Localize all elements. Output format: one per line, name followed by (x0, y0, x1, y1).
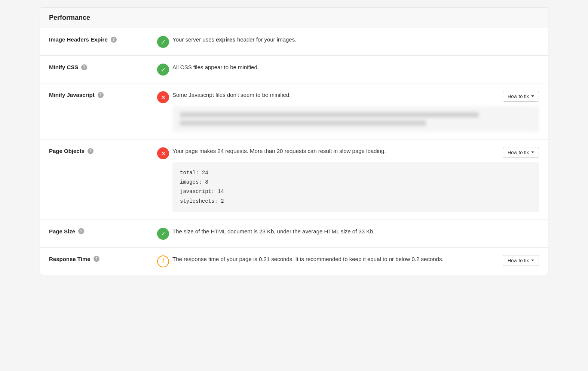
status-icon: ✓ (154, 36, 172, 48)
label-text: Image Headers Expire (49, 36, 108, 43)
row-page-objects: Page Objects ? ✕ Your page makes 24 requ… (40, 139, 548, 220)
row-content: The response time of your page is 0.21 s… (172, 255, 539, 266)
fail-icon: ✕ (157, 147, 169, 159)
warn-icon: ! (157, 255, 169, 267)
help-icon[interactable]: ? (88, 148, 94, 154)
chevron-down-icon (531, 151, 534, 153)
row-message: The response time of your page is 0.21 s… (172, 255, 497, 264)
row-main: Some Javascript files don't seem to be m… (172, 91, 539, 102)
how-to-fix-label: How to fix (508, 150, 529, 155)
pass-icon: ✓ (157, 64, 169, 76)
panel-header: Performance (40, 8, 548, 28)
help-icon[interactable]: ? (94, 256, 99, 262)
how-to-fix-label: How to fix (508, 258, 529, 263)
row-content: Your page makes 24 requests. More than 2… (172, 147, 539, 212)
row-main: All CSS files appear to be minified. (172, 63, 539, 72)
panel-title: Performance (49, 14, 539, 22)
row-message: Your server uses expires header for your… (172, 36, 539, 44)
row-label: Minify CSS ? (49, 63, 154, 70)
chevron-down-icon (531, 260, 534, 261)
performance-panel: Performance Image Headers Expire ? ✓ You… (40, 7, 548, 275)
stats-content: total: 24 images: 8 javascript: 14 style… (180, 168, 532, 206)
label-text: Minify CSS (49, 64, 78, 70)
row-minify-javascript: Minify Javascript ? ✕ Some Javascript fi… (40, 83, 548, 139)
pass-icon: ✓ (157, 36, 169, 48)
row-message: All CSS files appear to be minified. (172, 63, 539, 72)
help-icon[interactable]: ? (98, 92, 104, 98)
stat-javascript: javascript: 14 (180, 187, 532, 196)
help-icon[interactable]: ? (78, 228, 84, 234)
row-message: Your page makes 24 requests. More than 2… (172, 147, 497, 156)
row-content: All CSS files appear to be minified. (172, 63, 539, 72)
help-icon[interactable]: ? (111, 37, 117, 43)
row-content: Some Javascript files don't seem to be m… (172, 91, 539, 132)
row-minify-css: Minify CSS ? ✓ All CSS files appear to b… (40, 56, 548, 83)
status-icon: ✓ (154, 227, 172, 240)
row-label: Page Objects ? (49, 147, 154, 154)
status-icon: ✓ (154, 63, 172, 76)
how-to-fix-button[interactable]: How to fix (503, 147, 539, 158)
row-label: Image Headers Expire ? (49, 36, 154, 43)
row-response-time: Response Time ? ! The response time of y… (40, 248, 548, 275)
row-label: Minify Javascript ? (49, 91, 154, 98)
chevron-down-icon (531, 95, 534, 97)
row-page-size: Page Size ? ✓ The size of the HTML docum… (40, 220, 548, 248)
row-main: The size of the HTML document is 23 Kb, … (172, 227, 539, 236)
label-text: Response Time (49, 256, 91, 262)
row-image-headers-expire: Image Headers Expire ? ✓ Your server use… (40, 28, 548, 56)
row-main: Your server uses expires header for your… (172, 36, 539, 44)
detail-box-stats: total: 24 images: 8 javascript: 14 style… (172, 162, 539, 212)
row-message: The size of the HTML document is 23 Kb, … (172, 227, 539, 236)
how-to-fix-label: How to fix (508, 93, 529, 99)
row-main: Your page makes 24 requests. More than 2… (172, 147, 539, 158)
row-label: Page Size ? (49, 227, 154, 234)
status-icon: ✕ (154, 91, 172, 103)
row-main: The response time of your page is 0.21 s… (172, 255, 539, 266)
status-icon: ✕ (154, 147, 172, 159)
label-text: Minify Javascript (49, 92, 95, 98)
fail-icon: ✕ (157, 91, 169, 103)
row-content: The size of the HTML document is 23 Kb, … (172, 227, 539, 236)
help-icon[interactable]: ? (81, 64, 87, 70)
stat-total: total: 24 (180, 168, 532, 178)
pass-icon: ✓ (157, 228, 169, 240)
row-label: Response Time ? (49, 255, 154, 262)
row-message: Some Javascript files don't seem to be m… (172, 91, 497, 99)
how-to-fix-button[interactable]: How to fix (503, 91, 539, 102)
detail-box-blurred (172, 106, 539, 132)
status-icon: ! (154, 255, 172, 267)
how-to-fix-button[interactable]: How to fix (503, 255, 539, 266)
label-text: Page Objects (49, 148, 85, 154)
row-content: Your server uses expires header for your… (172, 36, 539, 44)
stat-stylesheets: stylesheets: 2 (180, 197, 532, 206)
label-text: Page Size (49, 228, 75, 234)
stat-images: images: 8 (180, 178, 532, 187)
